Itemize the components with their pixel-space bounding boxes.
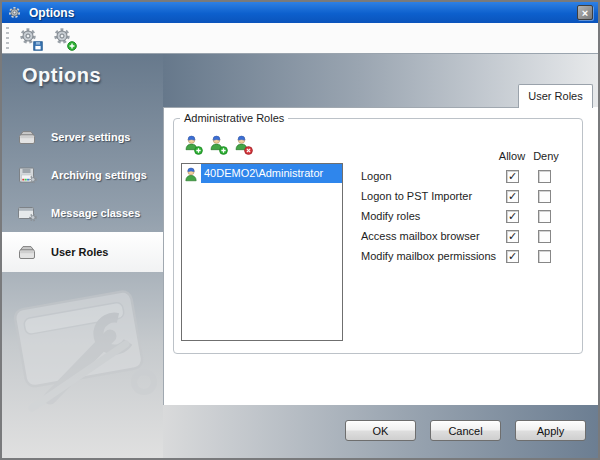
allow-checkbox-pst-importer[interactable]: ✓ (506, 190, 519, 203)
add-group-button[interactable] (207, 134, 226, 153)
user-roles-icon (16, 244, 38, 261)
permission-label-pst-importer: Logon to PST Importer (361, 186, 472, 206)
allow-checkbox-mailbox-browser[interactable]: ✓ (506, 230, 519, 243)
apply-button[interactable]: Apply (515, 420, 586, 441)
x-badge-icon (244, 146, 253, 155)
person-icon (183, 166, 201, 182)
import-settings-button[interactable] (51, 25, 77, 51)
group-title: Administrative Roles (180, 112, 288, 124)
allow-checkbox-mailbox-permissions[interactable]: ✓ (506, 250, 519, 263)
archiving-settings-icon (16, 167, 38, 184)
role-actions-toolbar (182, 134, 251, 153)
member-name: 40DEMO2\Administrator (201, 164, 342, 183)
sidebar-item-label: User Roles (51, 246, 108, 258)
export-settings-button[interactable] (17, 25, 43, 51)
options-gear-icon (8, 6, 21, 19)
sidebar-item-message-classes[interactable]: Message classes (2, 194, 163, 232)
toolbar-grip[interactable] (6, 27, 9, 49)
sidebar-item-user-roles[interactable]: User Roles (2, 232, 163, 272)
toolbar (2, 23, 598, 54)
close-button[interactable]: × (577, 5, 593, 20)
permission-label-logon: Logon (361, 166, 392, 186)
sidebar-item-label: Archiving settings (51, 169, 147, 181)
page-title: Options (22, 64, 101, 87)
allow-checkbox-logon[interactable]: ✓ (506, 170, 519, 183)
add-badge-icon (67, 41, 77, 51)
cancel-button[interactable]: Cancel (430, 420, 501, 441)
tools-watermark-image (0, 286, 188, 416)
deny-checkbox-modify-roles[interactable] (538, 210, 551, 223)
deny-checkbox-pst-importer[interactable] (538, 190, 551, 203)
deny-checkbox-mailbox-permissions[interactable] (538, 250, 551, 263)
allow-checkbox-modify-roles[interactable]: ✓ (506, 210, 519, 223)
titlebar: Options × (2, 2, 598, 23)
deny-column-header: Deny (526, 150, 566, 162)
save-badge-icon (33, 41, 43, 51)
deny-checkbox-logon[interactable] (538, 170, 551, 183)
permission-label-mailbox-permissions: Modify mailbox permissions (361, 246, 496, 266)
ok-button[interactable]: OK (345, 420, 416, 441)
permission-label-mailbox-browser: Access mailbox browser (361, 226, 480, 246)
dialog-body: Options Server settings Archiving settin… (2, 54, 598, 458)
window-title: Options (29, 6, 74, 20)
plus-badge-icon (194, 146, 203, 155)
list-item-administrator[interactable]: 40DEMO2\Administrator (182, 164, 342, 183)
remove-user-button[interactable] (232, 134, 251, 153)
tab-user-roles[interactable]: User Roles (518, 84, 593, 108)
role-members-list[interactable]: 40DEMO2\Administrator (181, 163, 343, 341)
sidebar-item-label: Message classes (51, 207, 140, 219)
options-window: Options × (0, 0, 600, 460)
plus-badge-icon (219, 146, 228, 155)
permission-label-modify-roles: Modify roles (361, 206, 420, 226)
sidebar-item-server-settings[interactable]: Server settings (2, 118, 163, 156)
content-panel: Administrative Roles (163, 107, 593, 405)
sidebar-item-archiving-settings[interactable]: Archiving settings (2, 156, 163, 194)
add-user-button[interactable] (182, 134, 201, 153)
deny-checkbox-mailbox-browser[interactable] (538, 230, 551, 243)
server-settings-icon (16, 129, 38, 146)
sidebar-item-label: Server settings (51, 131, 130, 143)
message-classes-icon (16, 205, 38, 222)
administrative-roles-group: Administrative Roles (173, 112, 583, 354)
